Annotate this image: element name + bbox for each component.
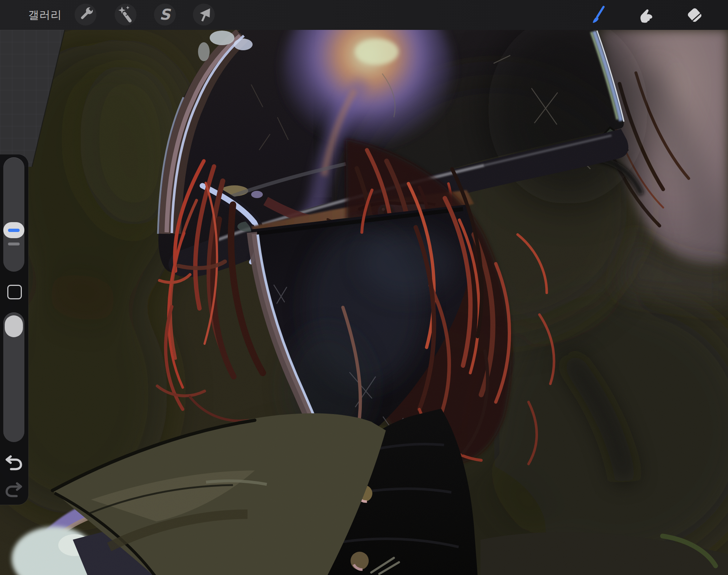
opacity-handle[interactable] (5, 315, 23, 337)
topbar: 갤러리 S (0, 0, 728, 30)
smudge-finger-icon (635, 4, 656, 25)
canvas-artwork (0, 30, 728, 575)
opacity-slider[interactable] (3, 312, 24, 442)
actions-button[interactable] (75, 4, 96, 25)
modify-button[interactable] (7, 285, 22, 299)
erase-tool-button[interactable] (684, 4, 705, 25)
sidebar (0, 154, 28, 505)
procreate-window: { "app": { "name": "procreate-style-pain… (0, 0, 728, 575)
svg-text:S: S (159, 6, 171, 23)
brush-size-slider[interactable] (3, 157, 24, 272)
undo-button[interactable] (5, 455, 23, 471)
selection-s-icon: S (154, 4, 176, 25)
selection-button[interactable]: S (154, 4, 176, 25)
smudge-tool-button[interactable] (635, 4, 656, 25)
magic-wand-icon (115, 4, 136, 25)
canvas-grain (0, 30, 728, 575)
wrench-icon (75, 4, 96, 25)
brush-size-marker (8, 229, 20, 232)
brush-size-tick (8, 243, 20, 245)
undo-icon (5, 455, 23, 471)
gallery-button[interactable]: 갤러리 (28, 0, 62, 30)
adjustments-button[interactable] (115, 4, 136, 25)
transform-button[interactable] (193, 4, 215, 25)
brush-size-handle[interactable] (3, 222, 24, 238)
eraser-icon (684, 4, 705, 25)
redo-button[interactable] (5, 482, 23, 498)
canvas[interactable] (0, 30, 728, 575)
redo-icon (5, 482, 23, 498)
transform-arrow-icon (193, 4, 215, 25)
paint-tool-button[interactable] (589, 4, 609, 25)
paint-brush-icon (589, 4, 609, 25)
